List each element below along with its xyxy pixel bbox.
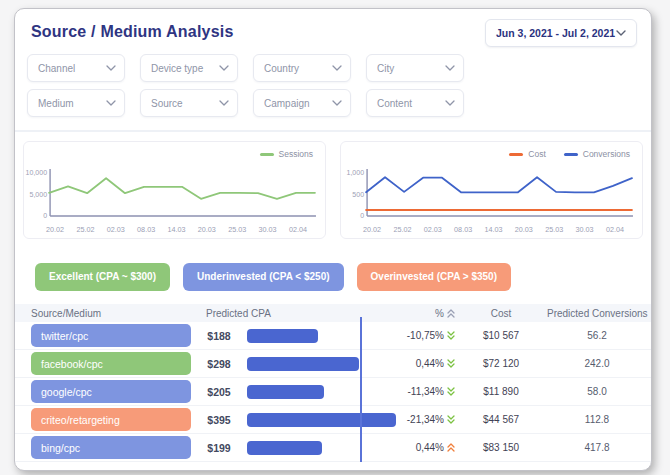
predicted-cpa-value: $188 [191, 330, 247, 342]
legend-label: Cost [528, 149, 545, 159]
source-medium-pill[interactable]: facebook/cpc [31, 352, 191, 375]
svg-text:0: 0 [43, 213, 47, 220]
cost-value: $10 567 [455, 330, 547, 341]
legend-line-marker [509, 153, 523, 156]
source-medium-pill[interactable]: criteo/retargeting [31, 408, 191, 431]
sessions-chart-card: Sessions05,00010,00020.0225.0202.0308.03… [23, 141, 326, 239]
filter-label: Source [151, 98, 183, 109]
trend-down-chevrons-icon [447, 415, 455, 424]
date-range-value: Jun 3, 2021 - Jul 2, 2021 [496, 27, 615, 39]
table-header-row: Source/Medium Predicted CPA % Cost Predi… [15, 304, 651, 322]
source-medium-pill[interactable]: google/cpc [31, 380, 191, 403]
cost-value: $72 120 [455, 358, 547, 369]
filter-medium[interactable]: Medium [27, 89, 125, 117]
legend-badge-excellent[interactable]: Excellent (CPA ~ $300) [35, 263, 170, 291]
cost-conversions-chart-card: CostConversions05001,00020.0225.0202.030… [340, 141, 643, 239]
source-medium-table: Source/Medium Predicted CPA % Cost Predi… [15, 304, 651, 462]
percent-change-value: -21,34% [407, 414, 444, 425]
cpa-bar [247, 329, 318, 343]
filter-content[interactable]: Content [366, 89, 464, 117]
legend-label: Sessions [279, 149, 314, 159]
trend-down-chevrons-icon [447, 331, 455, 340]
filter-label: Channel [38, 63, 75, 74]
table-row: twitter/cpc$188-10,75%$10 56756.2 [15, 322, 651, 350]
percent-change-value: -11,34% [407, 386, 444, 397]
chevron-down-icon [332, 65, 342, 71]
predicted-conversions-value: 417.8 [547, 442, 647, 453]
source-medium-pill[interactable]: twitter/cpc [31, 324, 191, 347]
svg-text:0: 0 [360, 213, 364, 220]
svg-text:08.03: 08.03 [137, 225, 155, 234]
cpa-bar [247, 357, 359, 371]
source-medium-pill[interactable]: bing/cpc [31, 436, 191, 459]
dashboard-card: Source / Medium Analysis Jun 3, 2021 - J… [14, 8, 652, 471]
status-legend: Excellent (CPA ~ $300)Underinvested (CPA… [15, 239, 651, 291]
filter-label: Content [377, 98, 412, 109]
filter-campaign[interactable]: Campaign [253, 89, 351, 117]
chevron-down-icon [332, 100, 342, 106]
chevron-down-icon [445, 65, 455, 71]
cpa-bar-cell [247, 350, 397, 377]
chart-legend: Sessions [260, 149, 314, 159]
percent-change-cell: -21,34% [397, 414, 455, 425]
charts-row: Sessions05,00010,00020.0225.0202.0308.03… [15, 132, 651, 239]
filters-grid: ChannelDevice typeCountryCityMediumSourc… [15, 41, 651, 117]
svg-text:14.03: 14.03 [484, 225, 502, 234]
card-header: Source / Medium Analysis Jun 3, 2021 - J… [15, 9, 651, 41]
col-header-cost: Cost [455, 308, 547, 319]
filter-label: Medium [38, 98, 74, 109]
cpa-bar-cell [247, 322, 397, 349]
svg-text:500: 500 [352, 191, 364, 198]
percent-change-value: 0,44% [416, 358, 444, 369]
filter-city[interactable]: City [366, 54, 464, 82]
cost-value: $11 890 [455, 386, 547, 397]
filter-source[interactable]: Source [140, 89, 238, 117]
sort-chevrons-up-icon [447, 309, 455, 318]
chevron-down-icon [106, 65, 116, 71]
svg-text:1,000: 1,000 [347, 170, 365, 177]
svg-text:25.03: 25.03 [228, 225, 246, 234]
col-header-percent[interactable]: % [397, 308, 455, 319]
predicted-conversions-value: 242.0 [547, 358, 647, 369]
predicted-conversions-value: 58.0 [547, 386, 647, 397]
predicted-cpa-value: $395 [191, 414, 247, 426]
cpa-bar [247, 441, 322, 455]
percent-change-cell: 0,44% [397, 358, 455, 369]
cpa-bar [247, 413, 396, 427]
filter-country[interactable]: Country [253, 54, 351, 82]
trend-down-chevrons-icon [447, 387, 455, 396]
cpa-bar-cell [247, 406, 397, 433]
svg-text:02.04: 02.04 [606, 225, 624, 234]
table-row: criteo/retargeting$395-21,34%$44 567112.… [15, 406, 651, 434]
svg-text:20.02: 20.02 [363, 225, 381, 234]
filter-label: Campaign [264, 98, 310, 109]
cost-value: $83 150 [455, 442, 547, 453]
chevron-down-icon [219, 65, 229, 71]
date-range-selector[interactable]: Jun 3, 2021 - Jul 2, 2021 [485, 19, 637, 47]
cpa-bar-cell [247, 378, 397, 405]
svg-text:30.03: 30.03 [259, 225, 277, 234]
table-row: google/cpc$205-11,34%$11 89058.0 [15, 378, 651, 406]
predicted-cpa-value: $205 [191, 386, 247, 398]
cost-value: $44 567 [455, 414, 547, 425]
cpa-reference-line [360, 317, 362, 462]
legend-badge-overinvested[interactable]: Overinvested (CPA > $350) [357, 263, 511, 291]
cpa-bar-cell [247, 434, 397, 461]
predicted-conversions-value: 112.8 [547, 414, 647, 425]
svg-text:5,000: 5,000 [30, 191, 48, 198]
filter-label: Country [264, 63, 299, 74]
trend-up-chevrons-icon [447, 443, 455, 452]
col-header-predicted-cpa: Predicted CPA [191, 308, 397, 319]
percent-change-cell: 0,44% [397, 442, 455, 453]
svg-text:14.03: 14.03 [167, 225, 185, 234]
svg-text:25.02: 25.02 [393, 225, 411, 234]
legend-badge-underinvested[interactable]: Underinvested (CPA < $250) [183, 263, 344, 291]
filter-channel[interactable]: Channel [27, 54, 125, 82]
percent-change-value: -10,75% [407, 330, 444, 341]
svg-text:25.03: 25.03 [545, 225, 563, 234]
table-row: bing/cpc$1990,44%$83 150417.8 [15, 434, 651, 462]
legend-item-cost: Cost [509, 149, 545, 159]
filter-device-type[interactable]: Device type [140, 54, 238, 82]
predicted-cpa-value: $298 [191, 358, 247, 370]
col-header-percent-label: % [435, 308, 444, 319]
